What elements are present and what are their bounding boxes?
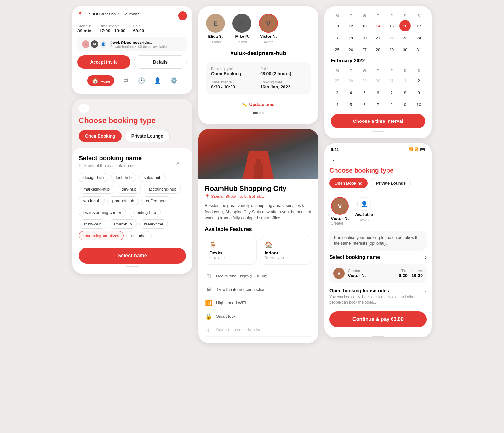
feature-indoor: 🏠 Indoor Nooka type	[260, 236, 312, 265]
tag-product-hub[interactable]: product-hub	[107, 196, 139, 205]
cal-day-13[interactable]: 13	[359, 20, 370, 31]
feb-day-5b[interactable]: 5	[345, 99, 357, 110]
nav-clock[interactable]: 🕐	[138, 77, 145, 84]
tag-coffee-hour[interactable]: coffee-hour	[141, 196, 172, 205]
booking-type-buttons: Open Booking Private Lounge	[72, 130, 192, 148]
nav-home[interactable]: 🏠 Home	[87, 75, 114, 86]
hub-date-value: 16th Jan, 2022	[260, 84, 306, 89]
cal-day-20[interactable]: 20	[359, 32, 370, 43]
choose-interval-button[interactable]: Choose a time interval	[331, 114, 425, 128]
roamhub-title: RoamHub Shopping City	[205, 185, 312, 193]
modal-close-button[interactable]: ×	[176, 160, 180, 167]
tag-dev-hub[interactable]: dev-hub	[117, 185, 141, 194]
feb-header-s1: S	[399, 67, 412, 74]
tag-accounting-hub[interactable]: accounting-hub	[144, 185, 181, 194]
tag-break-time[interactable]: break-time	[139, 219, 168, 229]
tag-work-hub[interactable]: work-hub	[79, 196, 105, 205]
feb-day-9[interactable]: 9	[413, 87, 424, 98]
location-icon: 📍	[205, 194, 210, 199]
tag-tech-hub[interactable]: tech-hub	[111, 173, 136, 182]
house-rules-section: Open booking house rules You can book on…	[324, 288, 432, 310]
booking-creator-name: Victor N.	[348, 273, 366, 278]
feb-day-5[interactable]: 5	[359, 87, 370, 98]
cal-day-26[interactable]: 26	[345, 44, 357, 55]
feb-day-7[interactable]: 7	[386, 87, 397, 98]
nav-settings[interactable]: ⚙️	[170, 77, 177, 84]
tag-study-hub[interactable]: study-hub	[79, 219, 106, 229]
feb-day-9b[interactable]: 9	[399, 99, 411, 110]
feb-day-8[interactable]: 8	[399, 87, 411, 98]
cal-day-29[interactable]: 29	[386, 44, 397, 55]
elida-name: Elida S.	[208, 34, 223, 39]
tag-smart-hub[interactable]: smart-hub	[109, 219, 137, 229]
cal-day-21[interactable]: 21	[372, 32, 384, 43]
feb-day-6b[interactable]: 6	[359, 99, 370, 110]
booking-time-label: Time interval	[399, 269, 423, 273]
phone-back-button[interactable]: ←	[329, 156, 340, 166]
continue-pay-button[interactable]: Continue & pay €3.00	[329, 311, 427, 327]
feb-day-8b[interactable]: 8	[386, 99, 397, 110]
home-icon: 🏠	[92, 77, 99, 84]
starts-in: Starts in 39 min	[77, 24, 91, 33]
victor-creator-name: Victor N.	[331, 216, 349, 221]
cal-day-25[interactable]: 25	[332, 44, 343, 55]
tag-brainstorming-corner[interactable]: brainstorming-corner	[79, 208, 126, 217]
roamhub-card: 9:41 📍 Get Directions ← 1 / 8 RoamHub Sh…	[198, 129, 318, 343]
member-victor: V Victor N. Joined	[259, 14, 278, 44]
tag-design-hub[interactable]: design-hub	[79, 173, 108, 182]
cal-day-15[interactable]: 15	[386, 20, 397, 31]
cal-day-30[interactable]: 30	[399, 44, 411, 55]
cal-day-16[interactable]: 16	[399, 20, 411, 31]
tag-marketing-creatives[interactable]: marketing-creatives	[79, 231, 124, 240]
private-lounge-button[interactable]: Private Lounge	[125, 130, 170, 142]
tag-marketing-hub[interactable]: marketing-hub	[79, 185, 114, 194]
hub-title: #uiux-designers-hub	[206, 50, 311, 57]
tag-chit-chat[interactable]: chit-chat	[126, 231, 151, 240]
feb-day-3[interactable]: 3	[332, 87, 343, 98]
hub-card: E Elida S. Creator M Mike P. Joined V Vi…	[198, 6, 318, 124]
update-time-button[interactable]: ✏️ Update time	[206, 100, 311, 110]
column-3: M T W T F S S 11 12 13 14 15 16 17 18 19…	[324, 6, 432, 337]
cal-day-19[interactable]: 19	[345, 32, 357, 43]
feb-day-4[interactable]: 4	[345, 87, 357, 98]
mike-avatar: M	[232, 14, 251, 33]
cal-day-17[interactable]: 17	[413, 20, 424, 31]
booking-name-tags: design-hub tech-hub sales-hub marketing-…	[79, 173, 186, 240]
hub-time-label: Time interval	[211, 80, 256, 84]
accept-invite-button[interactable]: Accept invite	[77, 55, 130, 69]
cal-day-11[interactable]: 11	[332, 20, 343, 31]
mike-role: Joined	[237, 40, 247, 44]
tag-meeting-hub[interactable]: meeting-hub	[129, 208, 161, 217]
back-button[interactable]: ←	[79, 104, 89, 114]
phone-private-lounge-button[interactable]: Private Lounge	[371, 178, 411, 188]
open-booking-button[interactable]: Open Booking	[79, 130, 122, 142]
cal-day-27[interactable]: 27	[359, 44, 370, 55]
cal-day-14[interactable]: 14	[372, 20, 384, 31]
select-booking-label: Select booking name	[329, 254, 380, 260]
phone-open-booking-button[interactable]: Open Booking	[329, 178, 368, 188]
feb-day-10[interactable]: 10	[413, 99, 424, 110]
cal-day-24[interactable]: 24	[413, 32, 424, 43]
select-booking-row[interactable]: Select booking name ›	[324, 254, 432, 264]
feb-day-6[interactable]: 6	[372, 87, 384, 98]
feb-day-2[interactable]: 2	[413, 75, 424, 86]
feb-day-1[interactable]: 1	[399, 75, 411, 86]
cal-day-18[interactable]: 18	[332, 32, 343, 43]
nav-exchange[interactable]: ⇄	[124, 77, 129, 84]
details-button[interactable]: Details	[134, 55, 187, 69]
house-rules-row[interactable]: Open booking house rules You can book on…	[329, 288, 427, 305]
select-name-button[interactable]: Select name	[79, 248, 186, 264]
tag-sales-hub[interactable]: sales-hub	[139, 173, 166, 182]
paid-info: Paid €8.00	[133, 24, 144, 33]
feb-day-7b[interactable]: 7	[372, 99, 384, 110]
calendar-scroll-indicator	[372, 131, 384, 132]
feb-day-4b[interactable]: 4	[332, 99, 343, 110]
group-row: E M 👤 #web3-business-idea Private bookin…	[77, 37, 187, 51]
cal-day-12[interactable]: 12	[345, 20, 357, 31]
nav-person[interactable]: 👤	[154, 77, 161, 84]
cal-day-28[interactable]: 28	[372, 44, 384, 55]
cal-day-31[interactable]: 31	[413, 44, 424, 55]
hub-time-value: 8:30 - 10:30	[211, 84, 256, 89]
cal-day-23[interactable]: 23	[399, 32, 411, 43]
cal-day-22[interactable]: 22	[386, 32, 397, 43]
